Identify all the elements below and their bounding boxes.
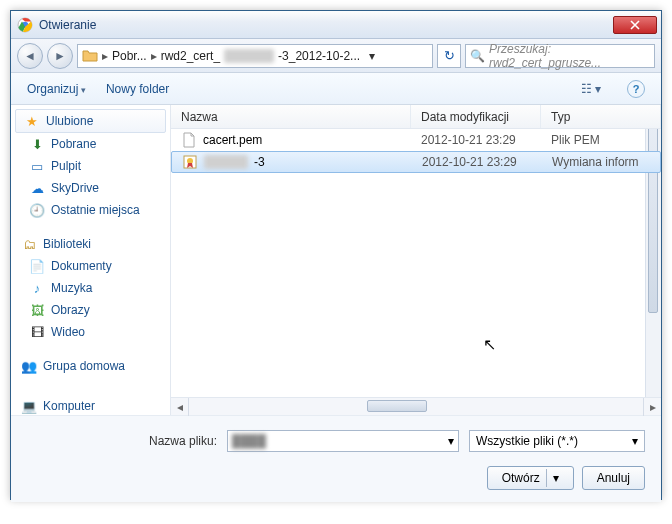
forward-button[interactable]: ► [47, 43, 73, 69]
sidebar-libraries[interactable]: 🗂Biblioteki [11, 233, 170, 255]
filename-input[interactable]: ████ ▾ [227, 430, 459, 452]
open-file-dialog: Otwieranie ◄ ► ▸ Pobr... ▸ rwd2_cert_ xx… [10, 10, 662, 500]
chevron-down-icon[interactable]: ▾ [553, 471, 559, 485]
breadcrumb[interactable]: ▸ Pobr... ▸ rwd2_cert_ xxxxxxx -3_2012-1… [77, 44, 433, 68]
filter-label: Wszystkie pliki (*.*) [476, 434, 578, 448]
view-options-button[interactable]: ☷ ▾ [575, 80, 607, 98]
close-button[interactable] [613, 16, 657, 34]
sidebar-computer[interactable]: 💻Komputer [11, 395, 170, 415]
sidebar-item-documents[interactable]: 📄Dokumenty [11, 255, 170, 277]
sidebar-item-desktop[interactable]: ▭Pulpit [11, 155, 170, 177]
sidebar-item-recent[interactable]: 🕘Ostatnie miejsca [11, 199, 170, 221]
organize-menu[interactable]: Organizuj [27, 82, 86, 96]
search-input[interactable]: 🔍 Przeszukaj: rwd2_cert_pgrusze... [465, 44, 655, 68]
chevron-down-icon[interactable]: ▾ [448, 434, 454, 448]
sidebar: ★Ulubione ⬇Pobrane ▭Pulpit ☁SkyDrive 🕘Os… [11, 105, 171, 415]
sidebar-item-pictures[interactable]: 🖼Obrazy [11, 299, 170, 321]
document-icon: 📄 [29, 258, 45, 274]
file-row[interactable]: xxxxxx-32012-10-21 23:29Wymiana inform [171, 151, 661, 173]
star-icon: ★ [24, 113, 40, 129]
sidebar-homegroup[interactable]: 👥Grupa domowa [11, 355, 170, 377]
computer-icon: 💻 [21, 398, 37, 414]
filename-value: ████ [232, 434, 266, 448]
toolbar: Organizuj Nowy folder ☷ ▾ ? [11, 73, 661, 105]
sidebar-item-music[interactable]: ♪Muzyka [11, 277, 170, 299]
refresh-button[interactable]: ↻ [437, 44, 461, 68]
scroll-left-arrow[interactable]: ◂ [171, 398, 189, 416]
crumb-2[interactable]: rwd2_cert_ [161, 49, 220, 63]
dialog-body: ★Ulubione ⬇Pobrane ▭Pulpit ☁SkyDrive 🕘Os… [11, 105, 661, 415]
horizontal-scrollbar[interactable]: ◂ ▸ [171, 397, 661, 415]
library-icon: 🗂 [21, 236, 37, 252]
desktop-icon: ▭ [29, 158, 45, 174]
sidebar-item-videos[interactable]: 🎞Wideo [11, 321, 170, 343]
chrome-icon [17, 17, 33, 33]
crumb-blurred: xxxxxxx [224, 49, 274, 63]
path-dropdown[interactable]: ▾ [364, 49, 380, 63]
cancel-button[interactable]: Anuluj [582, 466, 645, 490]
bottom-panel: Nazwa pliku: ████ ▾ Wszystkie pliki (*.*… [11, 415, 661, 502]
file-icon [182, 154, 198, 170]
back-button[interactable]: ◄ [17, 43, 43, 69]
column-type[interactable]: Typ [541, 105, 661, 128]
window-title: Otwieranie [39, 18, 613, 32]
scroll-thumb[interactable] [367, 400, 427, 412]
column-date[interactable]: Data modyfikacji [411, 105, 541, 128]
scroll-right-arrow[interactable]: ▸ [643, 398, 661, 416]
music-icon: ♪ [29, 280, 45, 296]
cloud-icon: ☁ [29, 180, 45, 196]
picture-icon: 🖼 [29, 302, 45, 318]
file-icon [181, 132, 197, 148]
sidebar-item-skydrive[interactable]: ☁SkyDrive [11, 177, 170, 199]
new-folder-button[interactable]: Nowy folder [106, 82, 169, 96]
nav-bar: ◄ ► ▸ Pobr... ▸ rwd2_cert_ xxxxxxx -3_20… [11, 39, 661, 73]
sidebar-favorites[interactable]: ★Ulubione [15, 109, 166, 133]
recent-icon: 🕘 [29, 202, 45, 218]
video-icon: 🎞 [29, 324, 45, 340]
file-list: Nazwa Data modyfikacji Typ cacert.pem201… [171, 105, 661, 415]
sidebar-item-downloads[interactable]: ⬇Pobrane [11, 133, 170, 155]
filename-label: Nazwa pliku: [27, 434, 217, 448]
chevron-right-icon: ▸ [151, 49, 157, 63]
homegroup-icon: 👥 [21, 358, 37, 374]
chevron-down-icon[interactable]: ▾ [632, 434, 638, 448]
folder-icon [82, 48, 98, 64]
search-icon: 🔍 [470, 49, 485, 63]
column-name[interactable]: Nazwa [171, 105, 411, 128]
crumb-3[interactable]: -3_2012-10-2... [278, 49, 360, 63]
file-row[interactable]: cacert.pem2012-10-21 23:29Plik PEM [171, 129, 661, 151]
chevron-right-icon: ▸ [102, 49, 108, 63]
column-headers[interactable]: Nazwa Data modyfikacji Typ [171, 105, 661, 129]
crumb-1[interactable]: Pobr... [112, 49, 147, 63]
help-button[interactable]: ? [627, 80, 645, 98]
open-button[interactable]: Otwórz ▾ [487, 466, 574, 490]
titlebar: Otwieranie [11, 11, 661, 39]
filetype-filter[interactable]: Wszystkie pliki (*.*) ▾ [469, 430, 645, 452]
download-icon: ⬇ [29, 136, 45, 152]
search-placeholder: Przeszukaj: rwd2_cert_pgrusze... [489, 42, 650, 70]
